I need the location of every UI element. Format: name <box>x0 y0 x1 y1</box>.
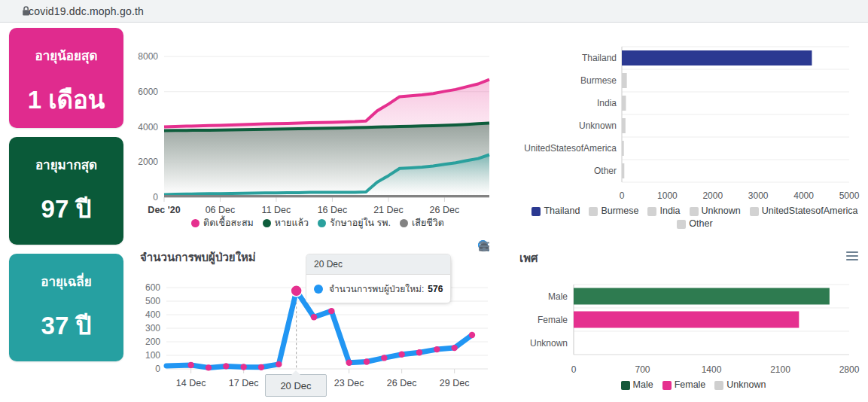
legend-item[interactable]: India <box>647 206 680 217</box>
tooltip-header: 20 Dec <box>306 254 450 275</box>
legend-label: ติดเชื้อสะสม <box>203 218 254 229</box>
cumulative-legend: ติดเชื้อสะสมหายแล้วรักษาอยู่ใน รพ.เสียชี… <box>138 217 498 230</box>
svg-text:29 Dec: 29 Dec <box>440 378 470 388</box>
card-label: อายุน้อยสุด <box>35 45 98 65</box>
legend-item[interactable]: รักษาอยู่ใน รพ. <box>318 218 391 229</box>
legend-label: เสียชีวิต <box>412 218 444 229</box>
svg-text:500: 500 <box>145 296 160 306</box>
svg-text:4000: 4000 <box>793 190 814 201</box>
legend-item[interactable]: ติดเชื้อสะสม <box>191 218 254 229</box>
legend-swatch <box>318 219 326 227</box>
card-value: 97 ปี <box>41 189 92 229</box>
legend-swatch <box>677 220 686 229</box>
svg-text:3000: 3000 <box>748 190 769 201</box>
gender-legend: MaleFemaleUnknown <box>519 379 867 391</box>
nationality-chart[interactable]: ThailandBurmeseIndiaUnknownUnitedStateso… <box>522 36 868 226</box>
svg-text:1400: 1400 <box>702 364 722 375</box>
svg-text:Other: Other <box>594 166 617 176</box>
svg-text:700: 700 <box>635 364 650 375</box>
legend-item[interactable]: Burmese <box>589 206 638 217</box>
svg-text:300: 300 <box>145 323 160 333</box>
legend-item[interactable]: Male <box>621 379 653 391</box>
svg-text:06 Dec: 06 Dec <box>206 205 236 215</box>
legend-label: Unknown <box>726 379 766 391</box>
legend-swatch <box>690 207 699 216</box>
legend-item[interactable]: Female <box>662 379 706 391</box>
legend-item[interactable]: หายแล้ว <box>263 218 309 229</box>
legend-label: Unknown <box>702 206 741 217</box>
legend-swatch <box>621 381 630 390</box>
card-label: อายุมากสุด <box>35 154 97 175</box>
svg-text:1000: 1000 <box>657 190 678 201</box>
legend-swatch <box>662 381 672 390</box>
svg-text:0: 0 <box>620 190 625 201</box>
legend-label: Thailand <box>544 206 580 217</box>
legend-swatch <box>714 381 723 390</box>
svg-text:200: 200 <box>145 337 160 347</box>
svg-text:6000: 6000 <box>138 87 158 97</box>
cumulative-chart[interactable]: 02000400060008000Dec '2006 Dec11 Dec16 D… <box>138 32 498 233</box>
gender-chart[interactable]: MaleFemaleUnknown0700140021002800 <box>519 279 867 391</box>
legend-item[interactable]: Unknown <box>690 206 741 217</box>
series-marker-icon <box>314 285 323 294</box>
legend-swatch <box>647 207 656 216</box>
legend-item[interactable]: Unknown <box>714 379 766 391</box>
legend-label: Male <box>633 379 653 391</box>
svg-text:Male: Male <box>548 291 568 302</box>
tooltip-body: จำนวนการพบผู้ป่วยใหม่: 576 <box>306 275 450 303</box>
svg-text:5000: 5000 <box>839 190 860 201</box>
legend-label: Burmese <box>601 206 638 217</box>
tooltip-series-label: จำนวนการพบผู้ป่วยใหม่: <box>329 282 424 296</box>
gender-menu-icon[interactable] <box>845 248 860 263</box>
svg-text:26 Dec: 26 Dec <box>387 378 417 388</box>
menu-icon[interactable] <box>477 239 491 253</box>
svg-text:17 Dec: 17 Dec <box>229 378 259 388</box>
legend-label: India <box>659 206 680 217</box>
card-label: อายุเฉลี่ย <box>41 271 92 291</box>
legend-item[interactable]: เสียชีวิต <box>400 218 444 229</box>
legend-label: หายแล้ว <box>275 218 309 229</box>
url-text[interactable]: covid19.ddc.moph.go.th <box>29 5 144 17</box>
lock-icon <box>21 5 31 17</box>
svg-text:11 Dec: 11 Dec <box>262 205 291 215</box>
card-value: 1 เดือน <box>28 80 105 120</box>
legend-item[interactable]: Other <box>677 218 712 230</box>
gender-title: เพศ <box>519 249 538 267</box>
xaxis-tooltip: 20 Dec <box>265 374 327 397</box>
legend-label: UnitedStatesofAmerica <box>762 206 858 217</box>
legend-swatch <box>263 219 271 227</box>
svg-text:0: 0 <box>153 192 158 203</box>
browser-url-bar[interactable]: covid19.ddc.moph.go.th <box>0 0 868 23</box>
svg-text:26 Dec: 26 Dec <box>430 205 460 215</box>
svg-text:14 Dec: 14 Dec <box>176 378 206 388</box>
svg-text:600: 600 <box>145 282 160 293</box>
svg-text:0: 0 <box>155 364 160 374</box>
svg-text:Thailand: Thailand <box>582 53 617 63</box>
legend-item[interactable]: Thailand <box>531 206 580 217</box>
legend-swatch <box>750 207 759 216</box>
legend-swatch <box>400 219 408 227</box>
tooltip-value: 576 <box>428 284 443 294</box>
svg-text:UnitedStatesofAmerica: UnitedStatesofAmerica <box>524 143 617 154</box>
svg-text:0: 0 <box>571 364 577 375</box>
svg-text:2800: 2800 <box>839 364 860 375</box>
card-value: 37 ปี <box>41 306 92 346</box>
svg-text:2000: 2000 <box>138 157 158 167</box>
legend-item[interactable]: UnitedStatesofAmerica <box>750 206 858 217</box>
card-youngest-age: อายุน้อยสุด 1 เดือน <box>9 28 123 128</box>
svg-text:India: India <box>597 98 617 108</box>
card-average-age: อายุเฉลี่ย 37 ปี <box>9 254 123 361</box>
svg-text:4000: 4000 <box>138 122 158 132</box>
svg-text:8000: 8000 <box>138 51 158 62</box>
new-cases-title: จำนวนการพบผู้ป่วยใหม่ <box>140 248 256 266</box>
legend-label: Other <box>689 218 712 230</box>
svg-text:Dec '20: Dec '20 <box>148 205 180 215</box>
chart-tooltip: 20 Dec จำนวนการพบผู้ป่วยใหม่: 576 <box>306 254 451 303</box>
svg-text:16 Dec: 16 Dec <box>318 205 348 215</box>
svg-text:Burmese: Burmese <box>580 75 617 86</box>
card-oldest-age: อายุมากสุด 97 ปี <box>9 137 123 245</box>
legend-swatch <box>589 207 598 216</box>
svg-text:2100: 2100 <box>770 364 790 375</box>
legend-swatch <box>531 207 541 216</box>
svg-text:400: 400 <box>145 309 160 320</box>
